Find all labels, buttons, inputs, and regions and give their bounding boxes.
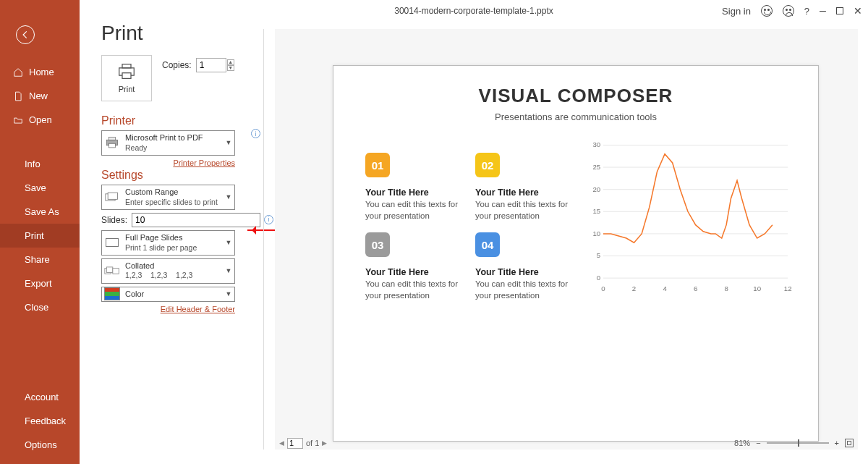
svg-text:6: 6 [694, 284, 697, 292]
svg-rect-5 [109, 144, 116, 148]
next-page-button[interactable]: ▶ [322, 439, 327, 447]
svg-text:25: 25 [592, 163, 600, 171]
zoom-percent: 81% [734, 439, 750, 447]
layout-select[interactable]: Full Page Slides Print 1 slide per page … [101, 230, 235, 256]
sidebar-label: Home [29, 67, 54, 77]
copies-spinner[interactable]: ▲▼ [227, 59, 234, 71]
svg-text:0: 0 [601, 284, 605, 292]
slide-preview: VISUAL COMPOSER Presentations are commun… [333, 65, 819, 442]
printer-heading: Printer [101, 114, 260, 127]
sidebar-item-close[interactable]: Close [0, 295, 80, 319]
svg-rect-10 [113, 269, 119, 274]
sidebar-label: New [29, 90, 48, 101]
printer-select[interactable]: Microsoft Print to PDF Ready ▼ [101, 130, 235, 156]
signin-link[interactable]: Sign in [722, 6, 751, 17]
minimize-button[interactable]: – [820, 4, 826, 17]
page-of-label: of 1 [306, 439, 319, 447]
zoom-controls: 81% − + [734, 436, 854, 450]
svg-rect-4 [109, 138, 116, 140]
sidebar-label: Open [29, 114, 52, 125]
slide-line-chart: 051015202530024681012 [582, 138, 792, 298]
close-window-button[interactable]: ✕ [854, 5, 862, 17]
printer-device-icon [102, 136, 122, 149]
slides-range-icon [102, 192, 122, 202]
sidebar-item-export[interactable]: Export [0, 271, 80, 295]
printer-info-icon[interactable]: i [251, 129, 260, 138]
sidebar-item-print[interactable]: Print [0, 224, 80, 248]
slide-cell: 01Your Title HereYou can edit this texts… [365, 153, 469, 222]
prev-page-button[interactable]: ◀ [279, 439, 284, 447]
svg-text:0: 0 [597, 274, 600, 282]
slide-subtitle: Presentations are communication tools [365, 111, 786, 122]
printer-icon [116, 63, 137, 80]
sidebar-item-options[interactable]: Options [0, 433, 80, 457]
chevron-down-icon: ▼ [223, 193, 234, 201]
print-range-select[interactable]: Custom Range Enter specific slides to pr… [101, 185, 235, 210]
print-button[interactable]: Print [101, 55, 152, 101]
sidebar-item-account[interactable]: Account [0, 385, 80, 409]
collate-icon [102, 266, 122, 276]
svg-rect-9 [106, 267, 112, 273]
chevron-down-icon: ▼ [223, 267, 234, 274]
svg-rect-2 [122, 73, 131, 79]
copies-input[interactable] [196, 58, 226, 72]
print-panel: Print Print Copies: ▲▼ Printer i Microso… [101, 22, 260, 313]
svg-text:12: 12 [784, 284, 792, 292]
edit-header-footer-link[interactable]: Edit Header & Footer [161, 305, 235, 313]
svg-text:20: 20 [592, 185, 600, 193]
slide-cell: 03Your Title HereYou can edit this texts… [365, 232, 469, 301]
svg-rect-7 [108, 193, 117, 199]
sidebar-item-save[interactable]: Save [0, 176, 80, 200]
document-title: 30014-modern-corporate-template-1.pptx [394, 6, 553, 16]
svg-text:10: 10 [753, 284, 761, 292]
chevron-down-icon: ▼ [223, 239, 234, 246]
sidebar-item-share[interactable]: Share [0, 248, 80, 271]
feedback-smile-icon[interactable] [761, 5, 773, 17]
chevron-down-icon: ▼ [223, 139, 234, 146]
sidebar-item-open[interactable]: Open [0, 108, 80, 132]
slides-input[interactable] [132, 213, 260, 227]
sidebar-item-home[interactable]: Home [0, 60, 80, 84]
slides-label: Slides: [101, 215, 127, 225]
printer-properties-link[interactable]: Printer Properties [173, 159, 235, 167]
zoom-in-button[interactable]: + [835, 439, 839, 447]
chevron-down-icon: ▼ [223, 290, 234, 298]
color-swatch-icon [102, 287, 122, 300]
page-number-input[interactable] [287, 438, 303, 449]
help-button[interactable]: ? [804, 6, 809, 17]
svg-text:30: 30 [592, 140, 600, 148]
svg-rect-1 [122, 64, 131, 68]
svg-text:4: 4 [663, 284, 667, 292]
back-button[interactable] [16, 25, 35, 44]
svg-text:2: 2 [632, 284, 636, 292]
zoom-to-fit-button[interactable] [845, 439, 854, 447]
slide-cell: 04Your Title HereYou can edit this texts… [475, 232, 579, 301]
sidebar-item-new[interactable]: New [0, 84, 80, 108]
color-select[interactable]: Color ▼ [101, 287, 235, 303]
restore-button[interactable] [836, 7, 843, 14]
svg-text:5: 5 [597, 251, 600, 259]
sidebar-item-feedback[interactable]: Feedback [0, 409, 80, 433]
settings-heading: Settings [101, 169, 260, 182]
zoom-slider[interactable] [767, 442, 829, 444]
sidebar-item-info[interactable]: Info [0, 152, 80, 176]
page-title: Print [101, 22, 260, 45]
feedback-sad-icon[interactable] [783, 5, 794, 17]
page-navigator: ◀ of 1 ▶ [279, 436, 327, 450]
svg-text:10: 10 [592, 229, 600, 237]
copies-label: Copies: [162, 60, 192, 70]
zoom-out-button[interactable]: − [756, 439, 760, 447]
slide-title: VISUAL COMPOSER [365, 85, 786, 107]
sidebar-item-saveas[interactable]: Save As [0, 200, 80, 224]
slides-info-icon[interactable]: i [264, 215, 273, 224]
svg-text:15: 15 [592, 207, 600, 215]
svg-text:8: 8 [724, 284, 728, 292]
slide-cell: 02Your Title HereYou can edit this texts… [475, 153, 579, 222]
backstage-sidebar: Home New Open Info Save Save As Print Sh… [0, 0, 80, 464]
collate-select[interactable]: Collated 1,2,3 1,2,3 1,2,3 ▼ [101, 258, 235, 284]
fullpage-icon [102, 238, 122, 247]
print-preview-area: VISUAL COMPOSER Presentations are commun… [275, 29, 858, 450]
